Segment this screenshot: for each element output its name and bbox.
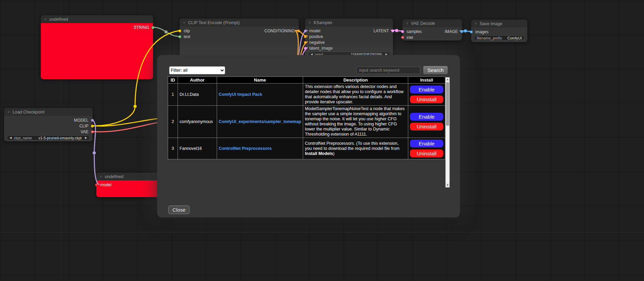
widget-value: v1-5-pruned-emaonly.ckpt xyxy=(38,136,82,140)
extension-author: comfyanonymous xyxy=(178,106,217,138)
column-header-description: Description xyxy=(303,77,408,84)
table-row: 2comfyanonymousComfyUI_experiments/sampl… xyxy=(168,106,445,138)
slot-row: VAE xyxy=(4,129,93,135)
input-dot-positive[interactable] xyxy=(304,35,307,38)
input-dot-model[interactable] xyxy=(95,183,98,186)
output-dot-image[interactable] xyxy=(460,30,463,33)
extension-table-wrap: ID Author Name Description Install 1Dr.L… xyxy=(168,76,445,159)
node-title-label: undefined xyxy=(105,174,123,179)
extension-id: 1 xyxy=(168,84,178,106)
extension-id: 3 xyxy=(168,138,178,159)
ckpt-name-widget[interactable]: ◀ ckpt_name v1-5-pruned-emaonly.ckpt ▶ xyxy=(7,135,90,140)
search-input[interactable] xyxy=(356,67,420,74)
enable-button[interactable]: Enable xyxy=(410,113,443,121)
output-dot-latent[interactable] xyxy=(391,29,394,32)
node-title-bar[interactable]: KSampler xyxy=(305,19,393,27)
input-dot-images[interactable] xyxy=(470,30,473,33)
scrollbar-down-icon[interactable]: ▼ xyxy=(446,183,449,187)
slot-row: vae xyxy=(402,34,462,40)
collapse-dot-icon[interactable] xyxy=(7,110,10,113)
decrement-arrow-icon[interactable]: ◀ xyxy=(10,137,12,139)
output-dot-string[interactable] xyxy=(151,26,154,29)
column-header-id: ID xyxy=(168,77,178,84)
extension-table-body: 1Dr.Lt.DataComfyUI Impact PackThis exten… xyxy=(168,84,445,159)
extension-description: ModelSamplerTonemapNoiseTest a node that… xyxy=(303,106,408,138)
increment-arrow-icon[interactable]: ▶ xyxy=(85,137,87,139)
input-dot-text[interactable] xyxy=(178,35,181,38)
slot-label: MODEL xyxy=(74,118,88,123)
collapse-dot-icon[interactable] xyxy=(44,18,47,21)
input-dot-samples[interactable] xyxy=(401,30,404,33)
extension-link[interactable]: ControlNet Preprocessors xyxy=(219,146,272,151)
input-dot-vae[interactable] xyxy=(401,36,404,39)
collapse-dot-icon[interactable] xyxy=(308,21,311,24)
slot-row: latent_image xyxy=(305,45,393,51)
widget-label: ckpt_name xyxy=(14,136,32,140)
output-dot-clip[interactable] xyxy=(91,124,94,127)
filter-select[interactable]: Filter: all xyxy=(169,66,225,74)
close-button[interactable]: Close xyxy=(168,206,189,214)
slot-label: vae xyxy=(407,35,413,40)
slot-row: samples IMAGE xyxy=(402,29,462,34)
scrollbar-up-icon[interactable]: ▲ xyxy=(446,77,449,82)
node-title-bar[interactable]: Load Checkpoint xyxy=(4,108,93,116)
node-body: STRING xyxy=(41,23,153,79)
collapse-dot-icon[interactable] xyxy=(474,22,477,25)
uninstall-button[interactable]: Uninstall xyxy=(410,95,443,103)
node-undefined-string[interactable]: undefined STRING xyxy=(41,15,153,79)
node-title-label: CLIP Text Encode (Prompt) xyxy=(188,20,240,25)
slot-label: VAE xyxy=(81,129,88,134)
slot-label: text xyxy=(184,34,190,39)
node-vae-decode[interactable]: VAE Decode samples IMAGE vae xyxy=(402,19,462,40)
node-load-checkpoint[interactable]: Load Checkpoint MODEL CLIP VAE ◀ ckpt_na… xyxy=(4,108,93,141)
column-header-name: Name xyxy=(217,77,303,84)
extension-link[interactable]: ComfyUI Impact Pack xyxy=(219,92,262,97)
output-dot-vae[interactable] xyxy=(91,130,94,133)
node-save-image[interactable]: Save Image images filename_prefix ComfyU… xyxy=(471,20,527,42)
enable-button[interactable]: Enable xyxy=(410,86,443,93)
node-body: MODEL CLIP VAE ◀ ckpt_name v1-5-pruned-e… xyxy=(4,116,93,140)
node-ksampler[interactable]: KSampler model LATENT positive negative … xyxy=(305,19,393,59)
slot-row: text xyxy=(180,34,299,39)
collapse-dot-icon[interactable] xyxy=(406,22,409,25)
node-body: model LATENT positive negative latent_im… xyxy=(305,27,393,57)
table-scrollbar[interactable]: ▲ ▼ xyxy=(445,77,450,188)
extension-author: Dr.Lt.Data xyxy=(178,84,217,106)
enable-button[interactable]: Enable xyxy=(410,140,443,147)
node-title-bar[interactable]: undefined xyxy=(41,15,153,23)
uninstall-button[interactable]: Uninstall xyxy=(410,123,443,130)
slot-row: MODEL xyxy=(4,117,93,123)
node-body: images filename_prefix ComfyUI xyxy=(471,28,527,40)
node-title-bar[interactable]: CLIP Text Encode (Prompt) xyxy=(180,19,299,27)
extension-name-cell: ControlNet Preprocessors xyxy=(217,138,303,159)
filename-prefix-widget[interactable]: filename_prefix ComfyUI xyxy=(474,35,525,40)
node-title-label: undefined xyxy=(49,17,68,22)
slot-row: images xyxy=(471,29,527,35)
collapse-dot-icon[interactable] xyxy=(183,21,186,24)
output-dot-model[interactable] xyxy=(91,119,94,122)
extension-install-cell: EnableUninstall xyxy=(408,84,445,106)
node-title-bar[interactable]: Save Image xyxy=(471,20,527,28)
extension-install-cell: EnableUninstall xyxy=(408,106,445,138)
slot-label: model xyxy=(309,29,320,33)
collapse-dot-icon[interactable] xyxy=(99,175,102,178)
output-dot-conditioning[interactable] xyxy=(297,29,300,32)
extension-author: Fannovel16 xyxy=(178,138,217,159)
widget-value: ComfyUI xyxy=(507,36,522,40)
column-header-install: Install xyxy=(408,77,445,84)
input-dot-model[interactable] xyxy=(304,29,307,32)
node-title-label: KSampler xyxy=(314,20,332,25)
input-dot-clip[interactable] xyxy=(178,29,181,32)
input-dot-negative[interactable] xyxy=(304,41,307,44)
slot-row: CLIP xyxy=(4,123,93,129)
input-dot-latent-image[interactable] xyxy=(304,47,307,50)
slot-label: negative xyxy=(309,40,325,45)
extension-link[interactable]: ComfyUI_experiments/sampler_tonemap xyxy=(219,119,301,124)
search-button[interactable]: Search xyxy=(423,66,448,75)
output-slot-string[interactable]: STRING xyxy=(41,24,153,30)
node-body: clip CONDITIONING text xyxy=(180,27,299,39)
table-header-row: ID Author Name Description Install xyxy=(168,77,445,84)
scrollbar-thumb[interactable] xyxy=(446,82,449,126)
uninstall-button[interactable]: Uninstall xyxy=(410,150,443,157)
node-title-bar[interactable]: VAE Decode xyxy=(402,19,462,27)
